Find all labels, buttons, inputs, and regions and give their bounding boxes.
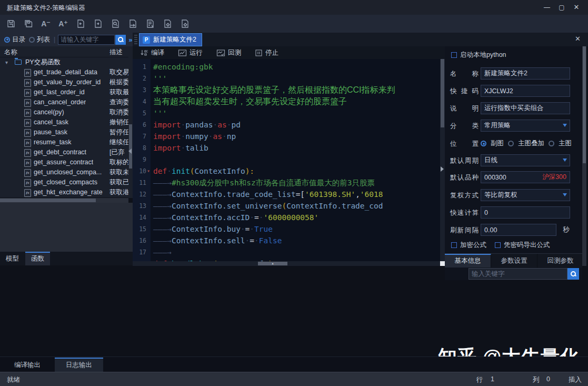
editor-tab-active[interactable]: P 新建策略文件2 (139, 33, 202, 46)
editor-horizontal-scrollbar[interactable] (133, 261, 440, 266)
scrollbar-thumb[interactable] (441, 59, 444, 127)
find-in-file-icon[interactable] (109, 18, 121, 29)
tree-item[interactable]: fxcan_cancel_order查询委 (0, 97, 128, 107)
tree-item[interactable]: fxpause_task暂停任 (0, 127, 128, 137)
checkbox-icon[interactable] (495, 242, 501, 248)
code-token: '6000000058' (264, 213, 319, 222)
font-decrease-icon[interactable]: A⁻ (40, 18, 52, 29)
tab-backtest-parameters[interactable]: 回测参数 (537, 254, 584, 268)
tree-item[interactable]: fxcancel(py)取消委 (0, 107, 128, 117)
tree-horizontal-scrollbar[interactable] (0, 198, 128, 203)
scrollbar-thumb[interactable] (583, 46, 586, 163)
tabstrip-grip[interactable] (134, 35, 137, 44)
default-period-label: 默认周期 (450, 156, 479, 165)
tree-item[interactable]: fxresume_task继续任 (0, 137, 128, 147)
tree-item[interactable]: fxget_value_by_order_id根据委 (0, 77, 128, 87)
line-number: 4 (133, 96, 146, 107)
tree-item[interactable]: fxcancel_task撤销任 (0, 117, 128, 127)
tab-basic-info[interactable]: 基本信息 (445, 254, 491, 268)
sidebar-search-input[interactable] (58, 35, 115, 45)
scrollbar-thumb[interactable] (0, 199, 96, 202)
editor-vertical-scrollbar[interactable] (440, 59, 445, 261)
fold-marker-icon[interactable]: ▾ (147, 165, 153, 177)
more-chevron-icon[interactable]: » (128, 36, 132, 44)
tree-item[interactable]: fxget_assure_contract取标的 (0, 157, 128, 167)
category-dropdown[interactable]: 常用策略 (481, 120, 570, 132)
save-icon[interactable] (5, 18, 17, 29)
font-increase-icon[interactable]: A⁺ (57, 18, 69, 29)
catalog-radio[interactable] (4, 37, 10, 43)
list-radio[interactable] (29, 37, 35, 43)
formula-settings-alt-icon[interactable] (179, 18, 191, 29)
tab-model[interactable]: 模型 (0, 252, 25, 265)
code-token: False (259, 236, 282, 245)
position-radio-overlay[interactable]: 主图叠加 (508, 139, 544, 148)
description-input[interactable]: 运行指数中买卖组合 (481, 102, 570, 114)
compile-button[interactable]: 编译 (140, 48, 164, 57)
scrollbar-thumb[interactable] (258, 262, 287, 265)
default-period-dropdown[interactable]: 日线 (481, 154, 570, 166)
import-formula-icon[interactable] (75, 18, 86, 29)
tree-item[interactable]: fxget_hkt_exchange_rate获取港 (0, 187, 128, 197)
position-radio-sub-chart[interactable]: 副图 (481, 139, 504, 148)
save-all-icon[interactable] (23, 18, 34, 29)
tree-item[interactable]: fxget_unclosed_compa...获取未 (0, 167, 128, 177)
tab-parameter-settings[interactable]: 参数设置 (491, 254, 537, 268)
tab-log-output[interactable]: 日志输出 (55, 358, 103, 372)
collapse-panel-arrow-icon[interactable] (441, 166, 444, 172)
maximize-button[interactable]: ▢ (555, 2, 568, 13)
tree-item-desc: 查询委 (109, 97, 128, 107)
default-symbol-input[interactable]: 000300沪深300 (481, 171, 570, 183)
inspector-search-button[interactable] (567, 268, 579, 280)
code-line: 8import·talib (133, 142, 440, 154)
code-editor[interactable]: 1#encoding:gbk2'''3本策略事先设定好交易的股票篮子，然后根据指… (133, 59, 440, 261)
tree-item[interactable]: fxget_last_order_id获取最 (0, 87, 128, 97)
function-tree[interactable]: ▾ PY交易函数 fxget_trade_detail_data取交易fxget… (0, 57, 128, 197)
adjust-mode-dropdown[interactable]: 等比前复权 (481, 189, 570, 201)
name-input[interactable]: 新建策略文件2 (481, 67, 570, 80)
local-python-label: 启动本地python (460, 51, 506, 60)
tab-compile-output[interactable]: 编译输出 (4, 358, 51, 372)
code-token: = (254, 213, 259, 222)
scrollbar-thumb[interactable] (129, 124, 132, 169)
minimize-button[interactable]: — (541, 2, 553, 13)
line-number: 12 (133, 189, 146, 200)
caret-down-icon[interactable]: ▾ (5, 57, 8, 67)
tab-close-icon[interactable]: ✕ (575, 35, 581, 43)
code-token: · (250, 213, 254, 222)
position-radio-main-chart[interactable]: 主图 (549, 139, 572, 148)
export-password-label: 凭密码导出公式 (504, 241, 550, 250)
encrypt-checkbox-row[interactable]: 加密公式 (451, 241, 486, 250)
export-list-icon[interactable] (144, 18, 156, 29)
tree-item[interactable]: fxget_trade_detail_data取交易 (0, 67, 128, 77)
backtest-button[interactable]: 回测 (216, 48, 241, 57)
inspector-search-input[interactable] (469, 268, 567, 280)
tree-item[interactable]: fxget_closed_compacts获取已 (0, 177, 128, 187)
local-python-checkbox-row[interactable]: 启动本地python (451, 51, 506, 60)
close-button[interactable]: ✕ (570, 2, 583, 13)
tree-root[interactable]: ▾ PY交易函数 (0, 57, 128, 67)
stop-button[interactable]: 停止 (255, 48, 278, 57)
shortcut-input[interactable]: XJCLWJ2 (481, 85, 570, 97)
checkbox-icon[interactable] (451, 52, 457, 58)
formula-settings-icon[interactable] (162, 18, 173, 29)
send-file-icon[interactable] (127, 18, 138, 29)
refresh-interval-input[interactable]: 0.00秒 (481, 224, 556, 236)
code-line: 12———→ContextInfo.trade_code_list=['6013… (133, 189, 440, 200)
tree-vertical-scrollbar[interactable] (128, 46, 133, 198)
code-token: import (153, 132, 181, 141)
run-button[interactable]: 运行 (178, 48, 203, 57)
inspector-vertical-scrollbar[interactable] (582, 46, 586, 266)
status-col-value: 0 (546, 375, 550, 383)
sidebar-search-button[interactable] (115, 35, 126, 45)
code-line: 7import·numpy·as·np (133, 131, 440, 142)
shortcut-row: 快捷码 XJCLWJ2 (445, 85, 582, 97)
export-formula-icon[interactable] (92, 18, 104, 29)
checkbox-icon[interactable] (451, 242, 457, 248)
collapse-panel-arrow-icon[interactable] (128, 149, 132, 154)
export-password-checkbox-row[interactable]: 凭密码导出公式 (495, 241, 550, 250)
tab-function[interactable]: 函数 (25, 252, 50, 265)
column-name: 名称 (4, 48, 17, 57)
quick-calc-input[interactable]: 0 (481, 206, 570, 219)
tree-item[interactable]: fxget_debt_contract[已弃 (0, 147, 128, 157)
